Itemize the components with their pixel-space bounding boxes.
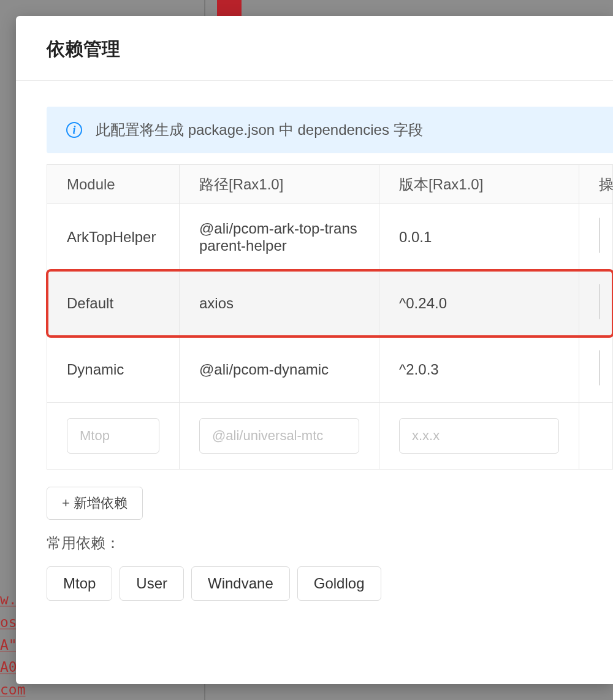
info-alert: i 此配置将生成 package.json 中 dependencies 字段: [47, 107, 613, 153]
cell-path: @ali/pcom-dynamic: [180, 337, 379, 403]
path-input[interactable]: [199, 418, 359, 454]
common-deps-tags: Mtop User Windvane Goldlog: [47, 566, 613, 601]
row-action-button[interactable]: [599, 350, 600, 386]
th-path: 路径[Rax1.0]: [180, 165, 379, 204]
info-icon: i: [66, 122, 82, 138]
table-row: Default axios ^0.24.0: [47, 270, 613, 337]
cell-version-input: [379, 403, 579, 470]
cell-path: axios: [180, 270, 379, 337]
add-dependency-label: + 新增依赖: [62, 494, 128, 512]
table-row: ArkTopHelper @ali/pcom-ark-top-transpare…: [47, 204, 613, 270]
tag-windvane[interactable]: Windvane: [191, 566, 290, 601]
table-header-row: Module 路径[Rax1.0] 版本[Rax1.0] 操: [47, 165, 613, 204]
dependencies-table: Module 路径[Rax1.0] 版本[Rax1.0] 操 ArkTopHel…: [47, 164, 613, 470]
th-action: 操: [579, 165, 613, 204]
tag-user[interactable]: User: [120, 566, 184, 601]
tag-goldlog[interactable]: Goldlog: [297, 566, 381, 601]
add-dependency-button[interactable]: + 新增依赖: [47, 487, 143, 520]
module-input[interactable]: [67, 418, 159, 454]
cell-module-input: [47, 403, 180, 470]
row-action-button[interactable]: [599, 218, 600, 253]
cell-path-input: [180, 403, 379, 470]
version-input[interactable]: [399, 418, 559, 454]
th-version: 版本[Rax1.0]: [379, 165, 579, 204]
common-deps-label: 常用依赖：: [47, 533, 613, 553]
modal-body: i 此配置将生成 package.json 中 dependencies 字段 …: [16, 81, 613, 601]
cell-version: ^2.0.3: [379, 337, 579, 403]
table-row-draft: [47, 403, 613, 470]
cell-action: [579, 204, 613, 270]
row-action-button[interactable]: [599, 284, 600, 319]
cell-version: 0.0.1: [379, 204, 579, 270]
alert-text: 此配置将生成 package.json 中 dependencies 字段: [96, 120, 423, 140]
cell-action: [579, 403, 613, 470]
dependency-modal: 依赖管理 i 此配置将生成 package.json 中 dependencie…: [16, 16, 613, 684]
table-row: Dynamic @ali/pcom-dynamic ^2.0.3: [47, 337, 613, 403]
th-module: Module: [47, 165, 180, 204]
cell-module: ArkTopHelper: [47, 204, 180, 270]
modal-header: 依赖管理: [16, 16, 613, 81]
cell-module: Dynamic: [47, 337, 180, 403]
tag-mtop[interactable]: Mtop: [47, 566, 112, 601]
cell-version: ^0.24.0: [379, 270, 579, 337]
cell-module: Default: [47, 270, 180, 337]
cell-path: @ali/pcom-ark-top-transparent-helper: [180, 204, 379, 270]
cell-action: [579, 270, 613, 337]
cell-action: [579, 337, 613, 403]
modal-title: 依赖管理: [47, 37, 582, 62]
